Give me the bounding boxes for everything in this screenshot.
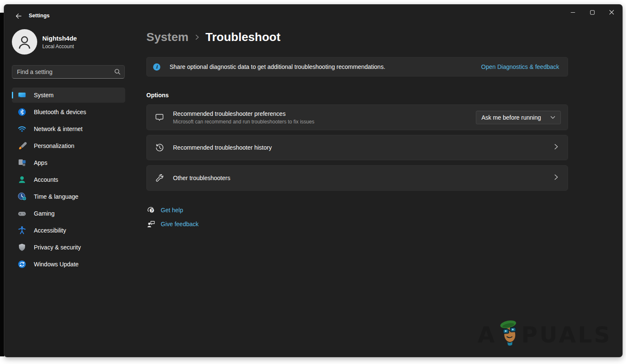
settings-window: Settings Nightsh4de Local Acc <box>4 4 623 357</box>
sidebar-item-time-language[interactable]: Time & language <box>12 189 125 204</box>
time-language-icon <box>17 192 27 201</box>
sidebar-item-label: System <box>34 92 54 99</box>
network-icon <box>17 124 27 134</box>
options-heading: Options <box>146 92 169 99</box>
get-help-label: Get help <box>161 207 183 213</box>
maximize-button[interactable] <box>582 5 602 21</box>
card-title: Recommended troubleshooter history <box>173 144 272 151</box>
close-button[interactable] <box>602 5 621 21</box>
search-input[interactable] <box>12 65 125 79</box>
person-icon <box>16 33 33 50</box>
history-icon <box>154 142 165 153</box>
window-title: Settings <box>29 13 49 19</box>
user-name: Nightsh4de <box>42 35 77 42</box>
back-button[interactable] <box>11 11 26 23</box>
sidebar-item-privacy-security[interactable]: Privacy & security <box>12 240 125 255</box>
sidebar-item-label: Network & internet <box>34 126 82 132</box>
search-box <box>12 65 125 79</box>
chevron-right-icon <box>195 34 199 43</box>
personalization-icon <box>17 141 27 151</box>
privacy-security-icon <box>17 243 27 252</box>
minimize-icon <box>571 9 575 16</box>
sidebar-item-label: Windows Update <box>34 261 79 268</box>
search-icon <box>114 68 121 77</box>
sidebar-item-apps[interactable]: Apps <box>12 155 125 170</box>
wrench-icon <box>154 173 165 183</box>
card-title: Other troubleshooters <box>173 175 230 181</box>
info-icon: i <box>153 63 160 71</box>
chevron-right-icon <box>554 143 558 152</box>
troubleshooter-preferences-card: Recommended troubleshooter preferences M… <box>146 104 568 130</box>
give-feedback-icon <box>146 219 156 229</box>
breadcrumb: System Troubleshoot <box>146 30 280 44</box>
dropdown-value: Ask me before running <box>481 114 541 121</box>
user-account-type: Local Account <box>42 44 77 49</box>
svg-text:?: ? <box>151 208 153 213</box>
sidebar-item-personalization[interactable]: Personalization <box>12 138 125 153</box>
sidebar-item-label: Privacy & security <box>34 244 81 251</box>
get-help-link[interactable]: ? Get help <box>146 205 183 215</box>
sidebar-item-label: Gaming <box>34 210 55 217</box>
sidebar-nav: System Bluetooth & devices <box>12 88 125 274</box>
title-bar: Settings <box>4 5 622 25</box>
banner-text: Share optional diagnostic data to get ad… <box>170 63 385 70</box>
user-profile[interactable]: Nightsh4de Local Account <box>12 29 77 55</box>
maximize-icon <box>590 9 595 16</box>
sidebar-item-label: Personalization <box>34 142 74 149</box>
give-feedback-label: Give feedback <box>161 221 199 227</box>
sidebar-item-system[interactable]: System <box>12 88 125 103</box>
accessibility-icon <box>17 226 27 235</box>
card-text: Recommended troubleshooter preferences M… <box>173 110 314 125</box>
sidebar-item-gaming[interactable]: Gaming <box>12 206 125 221</box>
gaming-icon <box>17 209 27 218</box>
open-diagnostics-feedback-link[interactable]: Open Diagnostics & feedback <box>481 63 559 70</box>
sidebar-item-windows-update[interactable]: Windows Update <box>12 257 125 272</box>
system-icon <box>17 90 27 100</box>
selection-pill <box>12 92 13 99</box>
window-controls <box>563 5 621 21</box>
sidebar-item-label: Bluetooth & devices <box>34 109 86 115</box>
breadcrumb-parent[interactable]: System <box>146 30 189 44</box>
diagnostic-banner: i Share optional diagnostic data to get … <box>146 57 568 77</box>
apps-icon <box>17 158 27 167</box>
other-troubleshooters-card[interactable]: Other troubleshooters <box>146 165 568 191</box>
sidebar-item-accounts[interactable]: Accounts <box>12 172 125 187</box>
bluetooth-icon <box>17 107 27 117</box>
windows-update-icon <box>17 260 27 269</box>
card-title: Recommended troubleshooter preferences <box>173 110 314 117</box>
main-content: System Troubleshoot i Share optional dia… <box>143 25 622 357</box>
card-subtitle: Microsoft can recommend and run troubles… <box>173 119 314 125</box>
chat-bubble-icon <box>154 112 165 123</box>
minimize-button[interactable] <box>563 5 582 21</box>
avatar <box>12 29 37 55</box>
close-icon <box>609 9 614 16</box>
sidebar-item-label: Accessibility <box>34 227 66 234</box>
page-title: Troubleshoot <box>206 30 280 44</box>
give-feedback-link[interactable]: Give feedback <box>146 219 199 229</box>
sidebar-item-label: Accounts <box>34 176 58 183</box>
sidebar-item-network-internet[interactable]: Network & internet <box>12 121 125 137</box>
chevron-down-icon <box>550 116 555 119</box>
accounts-icon <box>17 175 27 184</box>
get-help-icon: ? <box>146 205 156 215</box>
sidebar: Nightsh4de Local Account Syst <box>4 25 136 357</box>
troubleshooter-preference-dropdown[interactable]: Ask me before running <box>476 111 561 124</box>
sidebar-item-label: Apps <box>34 159 47 166</box>
troubleshooter-history-card[interactable]: Recommended troubleshooter history <box>146 135 568 160</box>
sidebar-item-accessibility[interactable]: Accessibility <box>12 223 125 238</box>
sidebar-item-bluetooth-devices[interactable]: Bluetooth & devices <box>12 104 125 120</box>
chevron-right-icon <box>554 174 558 182</box>
sidebar-item-label: Time & language <box>34 193 78 200</box>
back-arrow-icon <box>15 13 22 21</box>
